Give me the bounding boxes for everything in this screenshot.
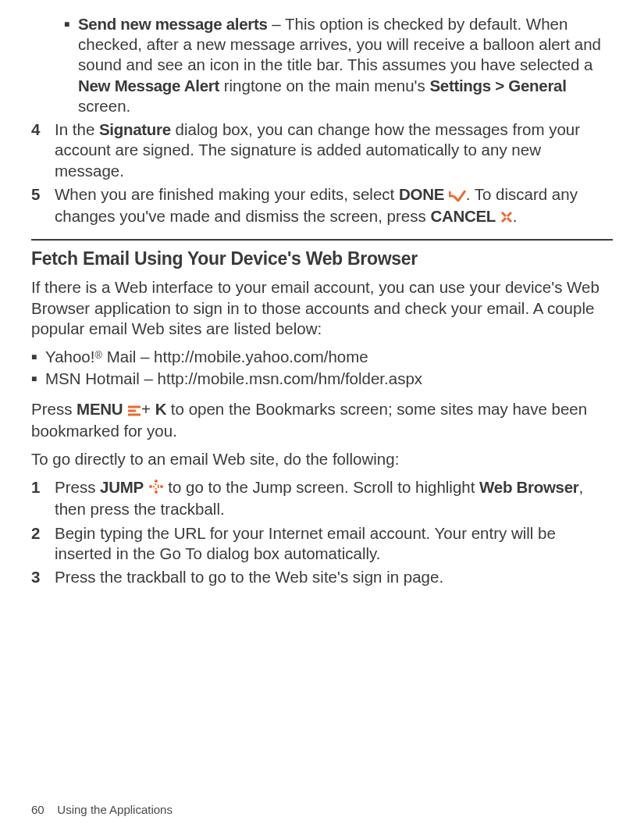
cancel-x-icon xyxy=(500,208,513,228)
text: + xyxy=(141,400,155,418)
text-bold: K xyxy=(155,400,167,418)
step-content: Begin typing the URL for your Internet e… xyxy=(55,523,613,564)
step-content: When you are finished making your edits,… xyxy=(55,184,613,228)
sub-bullet-title: Send new message alerts xyxy=(78,15,268,33)
bookmarks-paragraph: Press MENU + K to open the Bookmarks scr… xyxy=(31,399,613,441)
sub-bullet-alerts: ■ Send new message alerts – This option … xyxy=(64,14,613,116)
text: screen. xyxy=(78,97,130,115)
step-content: In the Signature dialog box, you can cha… xyxy=(55,119,613,181)
text-bold: DONE xyxy=(399,185,444,203)
page-number: 60 xyxy=(31,803,44,816)
text: Press xyxy=(55,478,100,496)
text-bold: Settings > General xyxy=(429,77,566,94)
svg-point-6 xyxy=(149,485,152,488)
text-bold: CANCEL xyxy=(430,207,496,225)
text-bold: JUMP xyxy=(100,478,144,496)
intro-paragraph: If there is a Web interface to your emai… xyxy=(31,277,613,339)
bullet-marker: ■ xyxy=(64,14,78,116)
text: Mail – http://mobile.yahoo.com/home xyxy=(102,348,368,366)
svg-point-3 xyxy=(154,484,158,489)
footer-label: Using the Applications xyxy=(57,803,173,816)
text: When you are finished making your edits,… xyxy=(55,185,399,203)
text: – xyxy=(268,15,285,33)
page: ■ Send new message alerts – This option … xyxy=(0,0,644,838)
text: In the xyxy=(55,120,99,138)
bullet-marker: ■ xyxy=(31,347,45,367)
text: . xyxy=(513,207,518,225)
footer: 60 Using the Applications xyxy=(31,803,173,816)
text: ringtone on the main menu's xyxy=(219,77,429,94)
bullet-content: MSN Hotmail – http://mobile.msn.com/hm/f… xyxy=(45,369,613,389)
step-number: 3 xyxy=(31,567,55,587)
site-msn: ■ MSN Hotmail – http://mobile.msn.com/hm… xyxy=(31,369,613,389)
text: Press xyxy=(31,400,76,418)
text: Yahoo! xyxy=(45,348,94,366)
direct-step-2: 2 Begin typing the URL for your Internet… xyxy=(31,523,613,564)
svg-point-5 xyxy=(155,490,158,494)
text-bold: MENU xyxy=(76,400,123,418)
site-yahoo: ■ Yahoo!® Mail – http://mobile.yahoo.com… xyxy=(31,347,613,367)
bullet-content: Send new message alerts – This option is… xyxy=(78,14,613,116)
step-number: 5 xyxy=(31,184,55,228)
text-bold: New Message Alert xyxy=(78,77,219,94)
menu-icon xyxy=(127,401,141,421)
step-number: 4 xyxy=(31,119,55,181)
step-number: 2 xyxy=(31,523,55,564)
step-4: 4 In the Signature dialog box, you can c… xyxy=(31,119,613,181)
registered-mark: ® xyxy=(94,349,102,361)
step-content: Press JUMP to go to the Jump screen. Scr… xyxy=(55,477,613,519)
divider xyxy=(31,239,613,241)
direct-step-3: 3 Press the trackball to go to the Web s… xyxy=(31,567,613,587)
section-title: Fetch Email Using Your Device's Web Brow… xyxy=(31,248,613,269)
text-bold: Signature xyxy=(99,120,171,138)
jump-icon xyxy=(148,479,164,499)
svg-point-7 xyxy=(160,485,163,488)
step-content: Press the trackball to go to the Web sit… xyxy=(55,567,613,587)
direct-paragraph: To go directly to an email Web site, do … xyxy=(31,449,613,469)
bullet-marker: ■ xyxy=(31,369,45,389)
direct-step-1: 1 Press JUMP to go to the Jump screen. S… xyxy=(31,477,613,519)
bullet-content: Yahoo!® Mail – http://mobile.yahoo.com/h… xyxy=(45,347,613,367)
text: to go to the Jump screen. Scroll to high… xyxy=(164,478,480,496)
svg-point-4 xyxy=(155,480,158,483)
text-bold: Web Browser xyxy=(479,478,578,496)
done-check-icon xyxy=(449,186,466,206)
step-number: 1 xyxy=(31,477,55,519)
step-5: 5 When you are finished making your edit… xyxy=(31,184,613,228)
